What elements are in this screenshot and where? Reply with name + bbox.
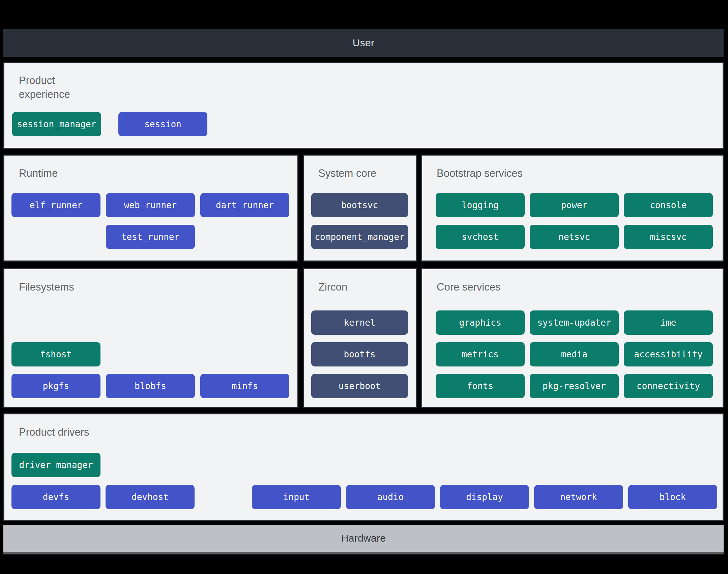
node-session-manager: session_manager	[12, 112, 101, 136]
product-drivers-row: devfs devhost input audio display networ…	[11, 485, 717, 509]
node-graphics: graphics	[436, 310, 525, 335]
section-product-drivers: Product drivers driver_manager devfs dev…	[3, 413, 724, 521]
section-filesystems: Filesystems fshost pkgfs blobfs minfs	[3, 268, 298, 408]
node-userboot: userboot	[311, 374, 408, 398]
hardware-layer-bar: Hardware	[3, 525, 724, 554]
node-dart-runner: dart_runner	[200, 193, 289, 217]
node-media: media	[530, 342, 619, 366]
runtime-row-1: elf_runner web_runner dart_runner	[11, 193, 289, 217]
node-miscsvc: miscsvc	[624, 225, 713, 249]
node-network: network	[534, 485, 623, 509]
node-system-updater: system-updater	[530, 310, 619, 335]
core-services-grid: graphics system-updater ime metrics medi…	[436, 310, 713, 398]
node-web-runner: web_runner	[106, 193, 195, 217]
section-title-core-services: Core services	[437, 280, 501, 294]
node-devhost: devhost	[106, 485, 195, 509]
section-title-runtime: Runtime	[19, 167, 58, 181]
node-audio: audio	[346, 485, 435, 509]
node-netsvc: netsvc	[530, 225, 619, 249]
node-ime: ime	[624, 310, 713, 335]
node-session: session	[118, 112, 207, 136]
user-layer-label: User	[353, 37, 375, 49]
node-console: console	[624, 193, 713, 217]
node-fshost: fshost	[11, 342, 100, 366]
node-metrics: metrics	[436, 342, 525, 366]
node-svchost: svchost	[436, 225, 525, 249]
section-title-zircon: Zircon	[318, 280, 347, 294]
node-minfs: minfs	[200, 374, 289, 398]
section-zircon: Zircon kernel bootfs userboot	[303, 268, 417, 408]
node-kernel: kernel	[311, 310, 408, 335]
section-title-product-drivers: Product drivers	[19, 426, 89, 439]
hardware-layer-label: Hardware	[341, 532, 386, 544]
node-devfs: devfs	[11, 485, 100, 509]
section-title-system-core: System core	[318, 167, 376, 181]
section-core-services: Core services graphics system-updater im…	[421, 268, 724, 408]
section-title-filesystems: Filesystems	[19, 280, 74, 294]
node-accessibility: accessibility	[624, 342, 713, 366]
node-fonts: fonts	[436, 374, 525, 398]
section-title-bootstrap-services: Bootstrap services	[437, 167, 523, 181]
node-connectivity: connectivity	[624, 374, 713, 398]
section-system-core: System core bootsvc component_manager	[303, 155, 417, 262]
node-bootsvc: bootsvc	[311, 193, 408, 217]
node-driver-manager: driver_manager	[11, 453, 100, 477]
node-power: power	[530, 193, 619, 217]
fuchsia-architecture-diagram: User Product experience session_manager …	[0, 0, 728, 574]
node-input: input	[252, 485, 341, 509]
node-component-manager: component_manager	[311, 225, 408, 249]
node-block: block	[628, 485, 717, 509]
node-logging: logging	[436, 193, 525, 217]
section-runtime: Runtime elf_runner web_runner dart_runne…	[3, 155, 298, 262]
node-bootfs: bootfs	[311, 342, 408, 366]
node-test-runner: test_runner	[106, 225, 195, 249]
node-display: display	[440, 485, 529, 509]
section-bootstrap-services: Bootstrap services logging power console…	[421, 155, 724, 262]
node-pkg-resolver: pkg-resolver	[530, 374, 619, 398]
user-layer-bar: User	[3, 29, 724, 57]
drivers-row-spacer	[200, 485, 247, 509]
node-pkgfs: pkgfs	[11, 374, 100, 398]
product-experience-row: session_manager session	[12, 112, 207, 136]
section-title-product-experience: Product experience	[19, 74, 80, 102]
node-blobfs: blobfs	[106, 374, 195, 398]
bootstrap-services-grid: logging power console svchost netsvc mis…	[436, 193, 713, 249]
section-product-experience: Product experience session_manager sessi…	[3, 62, 724, 149]
node-elf-runner: elf_runner	[11, 193, 100, 217]
filesystems-row: pkgfs blobfs minfs	[11, 374, 289, 398]
